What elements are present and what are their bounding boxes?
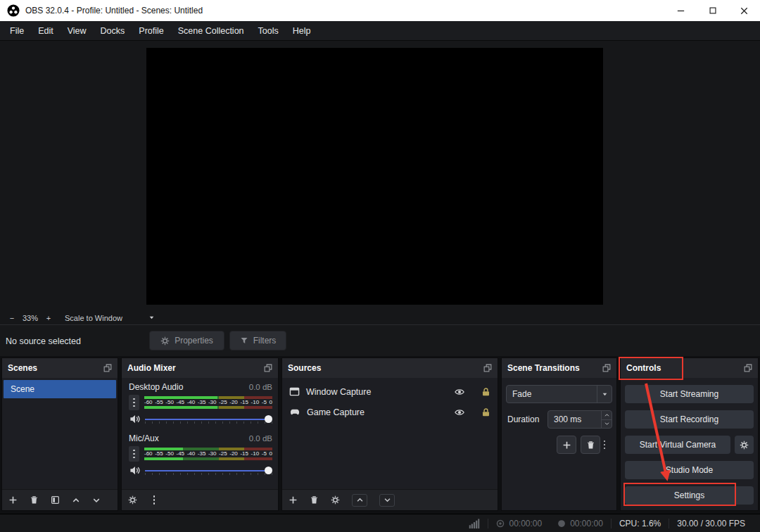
remove-scene-button[interactable] [30,495,39,505]
scale-mode-label: Scale to Window [65,314,122,322]
filters-button[interactable]: Filters [229,331,286,350]
trash-icon [30,495,39,505]
transition-select[interactable]: Fade [506,385,612,403]
move-scene-down-button[interactable] [92,496,101,505]
preview-canvas[interactable] [146,48,603,305]
meter-bar [144,448,272,450]
mixer-menu-button[interactable] [129,446,139,462]
visibility-eye-icon[interactable] [454,387,465,397]
cpu-usage: CPU: 1.6% [619,519,661,528]
advanced-audio-properties-button[interactable] [128,495,137,505]
mixer-options-button[interactable] [149,493,159,507]
scale-mode-dropdown[interactable]: Scale to Window [65,314,155,322]
virtual-camera-settings-button[interactable] [735,436,754,454]
remove-transition-button[interactable] [581,436,600,454]
duration-increment-button[interactable] [602,411,612,420]
speaker-icon [129,465,140,476]
controls-dock-header[interactable]: Controls [621,358,758,378]
mixer-menu-button[interactable] [129,395,139,410]
zoom-in-button[interactable]: + [42,314,55,322]
visibility-eye-icon[interactable] [454,407,465,417]
sources-popout-icon[interactable] [483,364,492,372]
game-capture-icon [289,407,300,417]
zoom-level: 33% [23,314,38,322]
fps-counter: 30.00 / 30.00 FPS [677,519,745,528]
volume-slider-handle[interactable] [265,415,272,423]
duration-decrement-button[interactable] [602,420,612,429]
start-virtual-camera-button[interactable]: Start Virtual Camera [625,436,730,454]
source-row-window-capture[interactable]: Window Capture [282,381,498,402]
menu-help[interactable]: Help [286,21,318,40]
sources-dock-header[interactable]: Sources [282,358,498,378]
source-row-game-capture[interactable]: Game Capture [282,402,498,422]
scene-filters-icon [51,495,60,505]
menu-file[interactable]: File [3,21,31,40]
menu-tools[interactable]: Tools [251,21,286,40]
scenes-popout-icon[interactable] [103,364,112,372]
transition-dropdown-button[interactable] [597,386,612,403]
add-source-button[interactable] [289,495,298,505]
add-transition-button[interactable] [557,436,576,454]
obs-logo-icon [7,4,20,17]
db-scale-tick: 0 [269,450,272,457]
db-scale-tick: -20 [229,450,238,457]
scenes-dock-header[interactable]: Scenes [2,358,118,378]
menu-docks[interactable]: Docks [94,21,132,40]
move-scene-up-button[interactable] [72,496,80,505]
move-source-up-button[interactable] [352,494,367,507]
volume-slider-handle[interactable] [265,467,272,474]
meter-level-fill [144,406,217,409]
start-streaming-button[interactable]: Start Streaming [625,385,754,403]
scale-mode-caret-icon [148,315,155,321]
settings-button[interactable]: Settings [625,486,754,505]
start-recording-button[interactable]: Start Recording [625,410,754,429]
meter-bar [144,396,272,399]
chevron-down-icon [92,496,101,505]
menu-scene-collection[interactable]: Scene Collection [171,21,251,40]
plus-icon [562,441,571,450]
cpu-usage-group: CPU: 1.6% [612,519,669,528]
duration-spinbox[interactable]: 300 ms [547,410,612,429]
sources-toolbar [282,489,498,510]
audio-mixer-popout-icon[interactable] [264,364,272,372]
move-source-down-button[interactable] [379,494,395,507]
lock-icon[interactable] [481,387,490,397]
menu-edit[interactable]: Edit [31,21,61,40]
studio-mode-button[interactable]: Studio Mode [625,461,754,479]
menu-view[interactable]: View [61,21,94,40]
meter-level-fill [144,457,183,460]
sources-list: Window Capture Game Capture [282,378,498,489]
db-scale-tick: -40 [187,450,196,457]
meter-scale: -60-55-50-45-40-35-30-25-20-15-10-50 [144,399,272,406]
lock-icon[interactable] [481,407,490,417]
gear-icon [160,336,170,346]
transition-options-button[interactable] [600,438,609,452]
mute-button[interactable] [129,465,140,476]
audio-mixer-dock-header[interactable]: Audio Mixer [122,358,278,378]
remove-source-button[interactable] [310,495,319,505]
filters-button-label: Filters [253,336,277,346]
add-scene-button[interactable] [8,495,18,505]
controls-popout-icon[interactable] [744,364,752,372]
volume-slider[interactable] [145,466,272,476]
menu-bar: File Edit View Docks Profile Scene Colle… [0,21,760,41]
audio-mixer-dock: Audio Mixer Desktop Audio 0.0 dB -60-55-… [121,357,279,511]
gear-icon [128,495,137,505]
transitions-popout-icon[interactable] [602,364,611,372]
chevron-down-icon [384,496,391,504]
controls-dock: Controls Start Streaming Start Recording… [620,357,759,511]
scene-list-item[interactable]: Scene [4,380,116,398]
properties-button[interactable]: Properties [149,331,224,350]
source-properties-button[interactable] [331,495,340,505]
transitions-dock-header[interactable]: Scene Transitions [502,358,616,378]
scene-filters-button[interactable] [51,495,60,505]
streaming-indicator-icon [557,519,566,528]
maximize-button[interactable] [697,0,728,21]
mute-button[interactable] [129,414,140,424]
volume-slider[interactable] [145,414,272,424]
zoom-out-button[interactable]: − [6,314,18,322]
menu-profile[interactable]: Profile [132,21,170,40]
close-button[interactable] [728,0,760,21]
minimize-button[interactable] [665,0,697,21]
db-scale-tick: -25 [219,399,227,406]
